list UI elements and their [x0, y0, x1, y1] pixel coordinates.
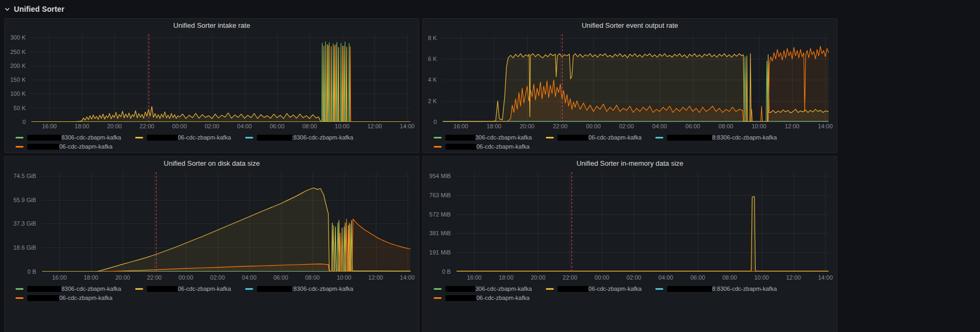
- legend-item[interactable]: 8306-cdc-zbapm-kafka: [15, 284, 121, 294]
- plot-area[interactable]: [31, 34, 411, 122]
- legend-row: 06-cdc-zbapm-kafka: [434, 294, 833, 303]
- x-axis-label: 22:00: [563, 274, 578, 281]
- panel-intake-rate: Unified Sorter intake rate 050 K100 K150…: [4, 18, 419, 153]
- legend-row: 306-cdc-zbapm-kafka06-cdc-zbapm-kafka8:8…: [434, 133, 833, 142]
- y-axis-label: 6 K: [423, 55, 437, 63]
- panel-title[interactable]: Unified Sorter event output rate: [423, 19, 837, 31]
- legend-series-label: 306-cdc-zbapm-kafka: [475, 284, 532, 294]
- legend-item[interactable]: 306-cdc-zbapm-kafka: [434, 133, 532, 142]
- plot-area[interactable]: [456, 172, 829, 272]
- y-axis-label: 250 K: [5, 48, 26, 56]
- legend-item[interactable]: 8306-cdc-zbapm-kafka: [15, 133, 121, 142]
- x-axis-label: 08:00: [718, 122, 733, 130]
- legend-redacted-pill: [558, 286, 589, 292]
- legend-item[interactable]: :8306-cdc-zbapm-kafka: [245, 133, 354, 142]
- dashboard-row-header[interactable]: Unified Sorter: [4, 3, 65, 15]
- y-axis-label: 50 K: [5, 104, 26, 112]
- x-axis-label: 04:00: [237, 122, 252, 130]
- x-axis-label: 12:00: [786, 274, 801, 281]
- legend-series-label: 06-cdc-zbapm-kafka: [589, 284, 642, 294]
- legend-redacted-pill: [27, 286, 61, 292]
- x-axis-label: 02:00: [619, 122, 634, 130]
- y-axis-label: 0 B: [5, 268, 36, 275]
- legend-redacted-pill: [445, 295, 476, 301]
- y-axis-label: 763 MiB: [423, 191, 451, 199]
- legend: 8306-cdc-zbapm-kafka06-cdc-zbapm-kafka:8…: [5, 131, 419, 152]
- panel-title[interactable]: Unified Sorter on disk data size: [5, 157, 419, 169]
- legend-row: 06-cdc-zbapm-kafka: [434, 142, 833, 151]
- legend-redacted-pill: [445, 286, 475, 292]
- x-axis-label: 04:00: [242, 274, 257, 281]
- grid-lines: [31, 34, 411, 122]
- legend-series-mark: [245, 288, 253, 290]
- legend-item[interactable]: 306-cdc-zbapm-kafka: [434, 284, 532, 294]
- panel-in-memory-data-size: Unified Sorter in-memory data size 0 B19…: [422, 156, 837, 332]
- y-axis-label: 4 K: [423, 76, 437, 83]
- legend-series-mark: [434, 146, 442, 148]
- time-series-chart[interactable]: 0 B191 MiB381 MiB572 MiB763 MiB954 MiB16…: [423, 169, 837, 282]
- legend-item[interactable]: 06-cdc-zbapm-kafka: [135, 284, 231, 294]
- legend-row: 06-cdc-zbapm-kafka: [15, 294, 414, 303]
- y-axis-label: 37.3 GiB: [5, 220, 36, 227]
- y-axis-label: 954 MiB: [423, 172, 451, 180]
- x-axis-label: 16:00: [467, 274, 482, 281]
- x-axis-label: 08:00: [305, 274, 320, 281]
- x-axis-label: 20:00: [520, 122, 535, 130]
- x-axis-label: 06:00: [691, 274, 705, 281]
- x-axis-label: 06:00: [685, 122, 700, 130]
- legend-item[interactable]: 06-cdc-zbapm-kafka: [15, 142, 113, 151]
- legend-series-mark: [135, 137, 143, 138]
- legend-series-mark: [15, 146, 23, 148]
- legend-item[interactable]: 06-cdc-zbapm-kafka: [546, 133, 642, 142]
- legend-redacted-pill: [667, 135, 712, 141]
- legend-item[interactable]: 06-cdc-zbapm-kafka: [15, 294, 113, 303]
- x-axis-label: 16:00: [42, 122, 57, 130]
- x-axis-label: 14:00: [818, 274, 833, 281]
- y-axis-label: 150 K: [5, 76, 26, 83]
- time-series-chart[interactable]: 050 K100 K150 K200 K250 K300 K16:0018:00…: [5, 31, 419, 131]
- plot-area[interactable]: [442, 34, 829, 122]
- legend-series-label: :8306-cdc-zbapm-kafka: [292, 284, 354, 294]
- time-series-chart[interactable]: 0 B18.6 GiB37.3 GiB55.9 GiB74.5 GiB16:00…: [5, 169, 419, 282]
- legend-item[interactable]: 06-cdc-zbapm-kafka: [135, 133, 231, 142]
- panel-title[interactable]: Unified Sorter intake rate: [5, 19, 419, 31]
- series-path: [32, 44, 411, 122]
- legend-series-mark: [135, 288, 143, 290]
- x-axis-label: 02:00: [626, 274, 641, 281]
- legend-redacted-pill: [27, 295, 59, 301]
- panel-on-disk-data-size: Unified Sorter on disk data size 0 B18.6…: [4, 156, 419, 332]
- x-axis-label: 10:00: [336, 274, 351, 281]
- y-axis-label: 200 K: [5, 62, 26, 70]
- legend-redacted-pill: [257, 286, 292, 292]
- x-axis-label: 18:00: [84, 274, 99, 281]
- legend: 306-cdc-zbapm-kafka06-cdc-zbapm-kafka8:8…: [423, 282, 837, 304]
- legend-item[interactable]: 8:8306-cdc-zbapm-kafka: [655, 133, 777, 142]
- x-axis-label: 06:00: [273, 274, 288, 281]
- legend-series-label: 8306-cdc-zbapm-kafka: [61, 284, 121, 294]
- legend-series-label: 8:8306-cdc-zbapm-kafka: [712, 284, 777, 294]
- legend-series-label: 06-cdc-zbapm-kafka: [59, 294, 113, 303]
- legend-item[interactable]: 06-cdc-zbapm-kafka: [546, 284, 642, 294]
- time-series-chart[interactable]: 02 K4 K6 K8 K16:0018:0020:0022:0000:0002…: [423, 31, 837, 131]
- legend-series-label: 06-cdc-zbapm-kafka: [589, 133, 642, 142]
- legend-item[interactable]: 8:8306-cdc-zbapm-kafka: [655, 284, 777, 294]
- legend-redacted-pill: [558, 135, 589, 141]
- row-title: Unified Sorter: [14, 5, 65, 13]
- x-axis-label: 14:00: [400, 274, 415, 281]
- x-axis-label: 10:00: [751, 122, 766, 130]
- legend-series-label: 06-cdc-zbapm-kafka: [59, 142, 113, 151]
- x-axis-label: 18:00: [487, 122, 501, 130]
- panel-title[interactable]: Unified Sorter in-memory data size: [423, 157, 837, 169]
- x-axis-label: 00:00: [172, 122, 187, 130]
- x-axis-label: 20:00: [107, 122, 122, 130]
- legend-redacted-pill: [445, 135, 475, 141]
- x-axis-label: 20:00: [531, 274, 546, 281]
- legend-series-label: 06-cdc-zbapm-kafka: [476, 142, 530, 151]
- legend-item[interactable]: 06-cdc-zbapm-kafka: [434, 294, 530, 303]
- x-axis-label: 18:00: [75, 122, 90, 130]
- legend-item[interactable]: :8306-cdc-zbapm-kafka: [245, 284, 354, 294]
- y-axis-label: 18.6 GiB: [5, 244, 36, 251]
- legend-series-label: :8306-cdc-zbapm-kafka: [292, 133, 354, 142]
- plot-area[interactable]: [42, 172, 411, 272]
- legend-item[interactable]: 06-cdc-zbapm-kafka: [434, 142, 530, 151]
